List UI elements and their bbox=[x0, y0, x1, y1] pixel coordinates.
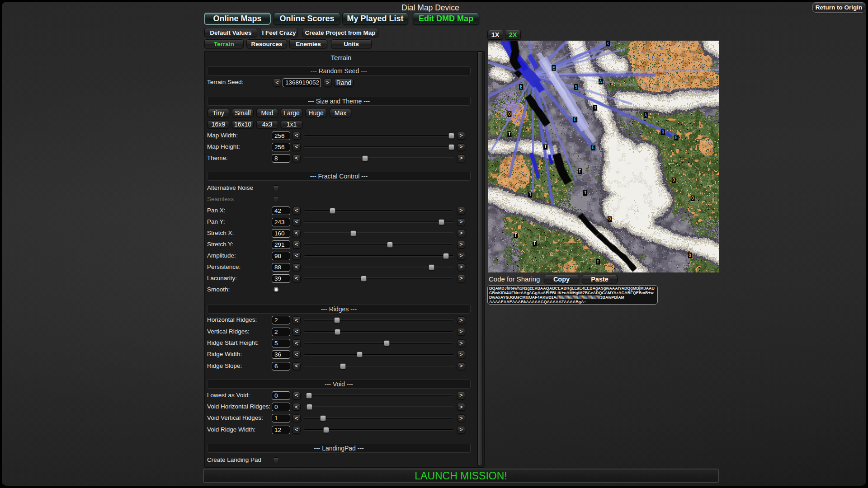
decrement-ridge-width[interactable]: < bbox=[292, 351, 301, 358]
value-input-stretch-x[interactable]: 160 bbox=[272, 229, 290, 238]
slider-handle-map-height[interactable] bbox=[448, 144, 454, 150]
slider-handle-theme[interactable] bbox=[362, 155, 368, 161]
increment-map-height[interactable]: > bbox=[457, 143, 465, 151]
slider-handle-ridge-slope[interactable] bbox=[340, 363, 346, 369]
value-input-lowest-as-void[interactable]: 0 bbox=[272, 391, 290, 400]
increment-vertical-ridges[interactable]: > bbox=[457, 328, 465, 336]
size-button-tiny[interactable]: Tiny bbox=[208, 109, 229, 117]
decrement-pan-y[interactable]: < bbox=[292, 218, 301, 226]
decrement-ridge-slope[interactable]: < bbox=[292, 362, 301, 370]
copy-button[interactable]: Copy bbox=[544, 275, 579, 283]
decrement-ridge-start-height[interactable]: < bbox=[292, 339, 301, 347]
category-tab-terrain[interactable]: Terrain bbox=[204, 39, 244, 48]
category-tab-enemies[interactable]: Enemies bbox=[289, 39, 327, 48]
decrement-map-height[interactable]: < bbox=[292, 143, 301, 151]
decrement-pan-x[interactable]: < bbox=[292, 207, 301, 215]
value-input-void-vertical-ridges[interactable]: 1 bbox=[272, 414, 290, 422]
slider-handle-map-width[interactable] bbox=[448, 133, 454, 139]
checkbox-smooth[interactable] bbox=[273, 287, 279, 293]
action-button-i-feel-crazy[interactable]: I Feel Crazy bbox=[260, 28, 298, 37]
return-to-origin-button[interactable]: Return to Origin bbox=[812, 2, 865, 13]
slider-handle-pan-x[interactable] bbox=[330, 208, 335, 214]
checkbox-alternative-noise[interactable] bbox=[273, 185, 279, 191]
decrement-amplitude[interactable]: < bbox=[292, 252, 301, 260]
value-input-map-height[interactable]: 256 bbox=[272, 143, 290, 151]
value-input-lacunarity[interactable]: 39 bbox=[272, 274, 290, 283]
decrement-horizontal-ridges[interactable]: < bbox=[292, 316, 301, 324]
slider-handle-void-vertical-ridges[interactable] bbox=[320, 415, 326, 421]
increment-void-vertical-ridges[interactable]: > bbox=[457, 414, 465, 422]
value-input-amplitude[interactable]: 98 bbox=[272, 252, 290, 260]
increment-theme[interactable]: > bbox=[457, 155, 465, 162]
top-tab-my-played-list[interactable]: My Played List bbox=[342, 13, 408, 25]
value-input-ridge-width[interactable]: 36 bbox=[272, 350, 290, 359]
slider-handle-stretch-x[interactable] bbox=[350, 230, 356, 236]
increment-ridge-slope[interactable]: > bbox=[457, 362, 465, 370]
value-input-persistence[interactable]: 88 bbox=[272, 263, 290, 272]
slider-track-map-width[interactable] bbox=[304, 135, 454, 136]
slider-track-void-vertical-ridges[interactable] bbox=[304, 418, 454, 419]
slider-track-map-height[interactable] bbox=[304, 146, 454, 148]
decrement-theme[interactable]: < bbox=[292, 155, 301, 162]
seed-input[interactable]: 1368919052 bbox=[283, 78, 321, 87]
slider-handle-vertical-ridges[interactable] bbox=[335, 329, 340, 335]
slider-track-lowest-as-void[interactable] bbox=[304, 394, 454, 396]
decrement-lacunarity[interactable]: < bbox=[292, 275, 301, 282]
decrement-stretch-y[interactable]: < bbox=[292, 241, 301, 249]
top-tab-online-maps[interactable]: Online Maps bbox=[204, 13, 271, 25]
seed-random-button[interactable]: Rand bbox=[334, 79, 354, 87]
increment-pan-x[interactable]: > bbox=[457, 207, 465, 215]
decrement-vertical-ridges[interactable]: < bbox=[292, 328, 301, 336]
size-button-16x9[interactable]: 16x9 bbox=[208, 120, 229, 128]
checkbox-create-landing-pad[interactable] bbox=[273, 457, 279, 463]
slider-track-ridge-start-height[interactable] bbox=[304, 343, 454, 344]
zoom-button-2x[interactable]: 2X bbox=[505, 30, 521, 40]
category-tab-resources[interactable]: Resources bbox=[246, 39, 287, 48]
category-tab-units[interactable]: Units bbox=[331, 39, 372, 48]
slider-handle-amplitude[interactable] bbox=[443, 253, 449, 259]
increment-lacunarity[interactable]: > bbox=[457, 275, 465, 282]
increment-horizontal-ridges[interactable]: > bbox=[457, 316, 465, 324]
action-button-create-project-from-map[interactable]: Create Project from Map bbox=[302, 28, 378, 37]
value-input-void-ridge-width[interactable]: 12 bbox=[272, 426, 290, 434]
increment-persistence[interactable]: > bbox=[457, 263, 465, 271]
slider-track-pan-x[interactable] bbox=[304, 210, 454, 211]
value-input-ridge-slope[interactable]: 6 bbox=[272, 362, 290, 371]
slider-handle-ridge-start-height[interactable] bbox=[384, 340, 390, 346]
value-input-pan-x[interactable]: 42 bbox=[272, 206, 290, 215]
increment-void-horizontal-ridges[interactable]: > bbox=[457, 403, 465, 411]
seed-increment-button[interactable]: > bbox=[324, 79, 332, 87]
slider-track-void-horizontal-ridges[interactable] bbox=[304, 406, 454, 408]
slider-handle-pan-y[interactable] bbox=[439, 219, 444, 225]
increment-pan-y[interactable]: > bbox=[457, 218, 465, 226]
increment-stretch-y[interactable]: > bbox=[457, 241, 465, 249]
slider-track-theme[interactable] bbox=[304, 157, 454, 159]
value-input-pan-y[interactable]: 243 bbox=[272, 218, 290, 226]
slider-track-lacunarity[interactable] bbox=[304, 277, 454, 279]
size-button-med[interactable]: Med bbox=[256, 109, 278, 117]
share-code-textarea[interactable] bbox=[487, 285, 658, 305]
increment-ridge-start-height[interactable]: > bbox=[457, 339, 465, 347]
size-button-small[interactable]: Small bbox=[232, 109, 254, 117]
map-preview-canvas[interactable] bbox=[488, 41, 719, 272]
panel-scrollbar-thumb[interactable] bbox=[478, 52, 482, 465]
value-input-theme[interactable]: 8 bbox=[272, 154, 290, 163]
size-button-max[interactable]: Max bbox=[330, 109, 351, 117]
slider-track-ridge-width[interactable] bbox=[304, 354, 454, 356]
slider-track-ridge-slope[interactable] bbox=[304, 365, 454, 367]
value-input-map-width[interactable]: 256 bbox=[272, 131, 290, 140]
decrement-void-ridge-width[interactable]: < bbox=[292, 426, 301, 434]
zoom-button-1x[interactable]: 1X bbox=[487, 30, 503, 40]
value-input-ridge-start-height[interactable]: 5 bbox=[272, 339, 290, 347]
paste-button[interactable]: Paste bbox=[582, 275, 618, 283]
slider-track-horizontal-ridges[interactable] bbox=[304, 319, 454, 321]
size-button-4x3[interactable]: 4x3 bbox=[256, 120, 278, 128]
increment-void-ridge-width[interactable]: > bbox=[457, 426, 465, 434]
value-input-void-horizontal-ridges[interactable]: 0 bbox=[272, 403, 290, 411]
launch-mission-button[interactable]: LAUNCH MISSION! bbox=[203, 469, 719, 483]
decrement-void-vertical-ridges[interactable]: < bbox=[292, 414, 301, 422]
slider-track-pan-y[interactable] bbox=[304, 221, 454, 223]
slider-handle-void-horizontal-ridges[interactable] bbox=[307, 404, 312, 410]
value-input-horizontal-ridges[interactable]: 2 bbox=[272, 316, 290, 324]
increment-stretch-x[interactable]: > bbox=[457, 230, 465, 237]
